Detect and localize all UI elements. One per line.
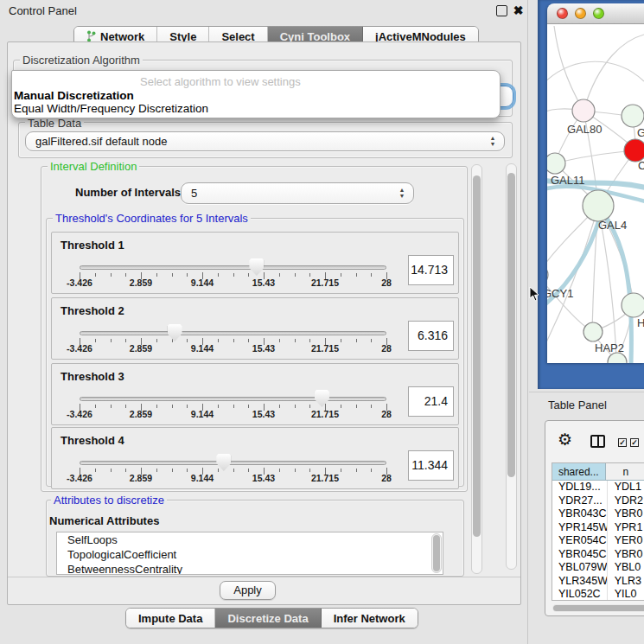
slider-tick [371, 405, 372, 408]
slider-tick [341, 469, 341, 472]
slider-thumb[interactable] [216, 454, 231, 471]
table-data-group-label: Table Data [25, 117, 84, 130]
network-node-label: C [638, 159, 644, 172]
slider-tick [156, 469, 157, 472]
table-row[interactable]: YPR145WYPR1 [552, 521, 644, 535]
table-row[interactable]: YDR27...YDR2 [552, 494, 644, 508]
slider-track[interactable] [80, 331, 386, 335]
zoom-traffic-light-icon[interactable] [593, 8, 604, 19]
slider-thumb[interactable] [249, 258, 264, 276]
slider-tick [248, 339, 249, 342]
attribute-item[interactable]: TopologicalCoefficient [57, 547, 443, 562]
network-node[interactable] [583, 190, 614, 221]
network-node-label: GAL80 [567, 123, 602, 136]
table-row[interactable]: YIL052CYIL0 [552, 588, 644, 601]
interval-group-label: Interval Definition [48, 160, 139, 173]
slider-tick [156, 339, 157, 342]
slider-track[interactable] [80, 265, 386, 270]
checkbox-checked-icon[interactable]: ✓ [618, 438, 627, 447]
table-column-header[interactable]: shared... [552, 463, 606, 480]
network-node[interactable] [572, 99, 595, 122]
tab-infer-network[interactable]: Infer Network [322, 609, 418, 628]
network-edge [554, 26, 583, 111]
slider-track[interactable] [80, 397, 386, 401]
settings-scrollbar[interactable] [471, 164, 482, 574]
threshold-value-field[interactable]: 21.4 [408, 386, 454, 417]
threshold-panel: Threshold 2-3.4262.8599.14415.4321.71528… [51, 297, 459, 360]
table-data-combo[interactable]: galFiltered.sif default node ▲▼ [25, 131, 505, 151]
numerical-attributes-label: Numerical Attributes [49, 514, 159, 527]
slider-tick [125, 405, 126, 408]
table-row[interactable]: YLR345WYLR3 [552, 575, 644, 589]
slider-tick [309, 273, 310, 277]
slider-tick [371, 339, 372, 342]
table-horizontal-scrollbar[interactable] [552, 604, 644, 612]
tab-impute-data[interactable]: Impute Data [126, 609, 215, 628]
split-view-icon[interactable] [590, 435, 605, 448]
network-icon [86, 30, 96, 42]
network-canvas[interactable]: GAL80GCGAL11GAL4GCY1HHAP2 [547, 24, 644, 363]
attribute-item[interactable]: SelfLoops [57, 532, 443, 547]
close-icon[interactable]: ✖ [513, 5, 524, 16]
threshold-value-field[interactable]: 6.316 [408, 321, 454, 351]
slider-tick [95, 469, 96, 472]
table-row[interactable]: YER054CYER0 [552, 534, 644, 548]
network-window-titlebar[interactable] [547, 3, 644, 24]
threshold-label: Threshold 1 [61, 239, 124, 252]
table-cell: YBL0 [608, 561, 644, 575]
network-node[interactable] [547, 153, 565, 174]
panel-scrollbar[interactable] [506, 163, 517, 570]
table-row[interactable]: YBL079WYBL0 [552, 561, 644, 575]
table-row[interactable]: YBR043CYBR0 [552, 507, 644, 521]
slider-scale-label: -3.426 [67, 473, 92, 483]
numerical-attributes-list[interactable]: SelfLoopsTopologicalCoefficientBetweenne… [56, 532, 443, 575]
attribute-item[interactable]: BetweennessCentrality [57, 562, 443, 575]
attributes-list-scrollbar[interactable] [431, 533, 442, 573]
minimize-traffic-light-icon[interactable] [575, 8, 586, 19]
algorithm-option[interactable]: Equal Width/Frequency Discretization [14, 102, 208, 115]
network-node-label: HAP2 [595, 341, 624, 354]
network-node[interactable] [622, 105, 644, 127]
algorithm-option[interactable]: Manual Discretization [14, 89, 134, 102]
checkbox-checked-icon[interactable]: ✓ [630, 438, 639, 447]
threshold-value-field[interactable]: 14.713 [408, 255, 454, 285]
slider-scale-label: -3.426 [67, 409, 92, 419]
slider-scale-label: 15.43 [252, 473, 275, 483]
slider-tick [218, 405, 219, 408]
slider-thumb[interactable] [168, 324, 182, 341]
table-row[interactable]: YBR045CYBR0 [552, 548, 644, 562]
table-cell: YLR3 [608, 575, 644, 589]
slider-tick [233, 469, 234, 472]
tab-discretize-data[interactable]: Discretize Data [215, 609, 321, 628]
slider-scale-label: -3.426 [67, 343, 92, 354]
network-node[interactable] [547, 265, 548, 285]
slider-tick [187, 469, 188, 472]
close-traffic-light-icon[interactable] [557, 8, 568, 19]
slider-tick [111, 273, 112, 277]
slider-tick [371, 469, 372, 472]
float-window-icon[interactable] [496, 5, 507, 16]
table-cell: YBR0 [608, 507, 644, 521]
gear-icon[interactable]: ⚙ [558, 431, 572, 448]
num-intervals-combo[interactable]: 5 ▲▼ [181, 182, 414, 204]
table-row[interactable]: YDL19...YDL1 [552, 481, 644, 494]
slider-scale-label: 28 [381, 343, 392, 354]
slider-tick [295, 405, 296, 408]
network-node[interactable] [622, 293, 644, 317]
slider-scale-label: 2.859 [130, 409, 152, 419]
table-cell: YPR1 [608, 521, 644, 535]
thresholds-group-label: Threshold's Coordinates for 5 Intervals [53, 212, 251, 225]
table-column-header[interactable]: n [606, 463, 644, 480]
slider-tick [111, 339, 112, 342]
slider-track[interactable] [80, 461, 386, 465]
apply-button[interactable]: Apply [220, 581, 276, 600]
threshold-value-field[interactable]: 11.344 [408, 450, 454, 481]
slider-thumb[interactable] [315, 390, 329, 407]
tab-label: Impute Data [138, 612, 202, 625]
table-cell: YIL0 [608, 588, 644, 601]
network-node-label: H [637, 316, 644, 329]
threshold-panel: Threshold 1-3.4262.8599.14415.4321.71528… [51, 232, 459, 294]
network-node[interactable] [583, 322, 603, 341]
slider-scale-label: 21.715 [311, 473, 339, 483]
slider-scale-label: 21.715 [311, 277, 339, 288]
